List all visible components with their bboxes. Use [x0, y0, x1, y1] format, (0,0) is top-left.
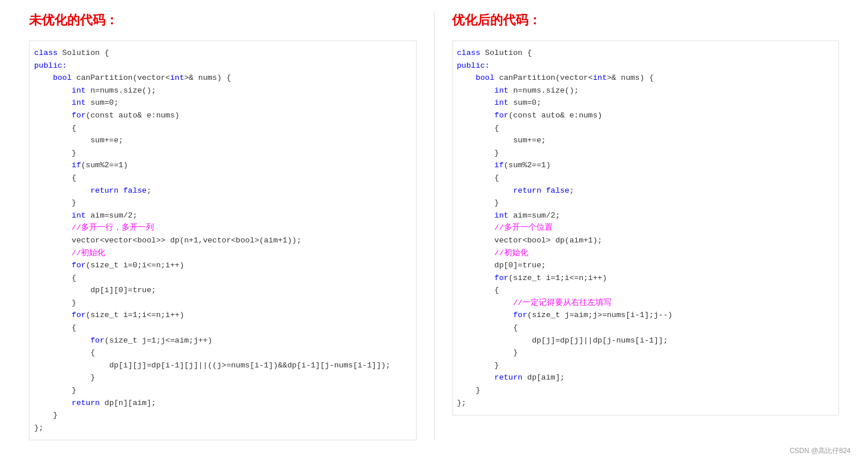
code-token: return [90, 185, 123, 197]
code-token: } [476, 384, 480, 397]
code-line: { [453, 284, 839, 297]
code-token: int [593, 72, 606, 84]
code-token: (size_t i=0;i<=n;i++) [86, 259, 184, 272]
code-token: dp[aim]; [527, 371, 565, 384]
code-line: //初始化 [453, 247, 839, 260]
code-token: } [494, 197, 499, 209]
code-token: //初始化 [72, 247, 105, 260]
code-token: dp[n][aim]; [105, 397, 156, 410]
code-token: >& [607, 72, 616, 84]
code-token: if [494, 159, 503, 172]
code-line: for(size_t i=1;i<=n;i++) [453, 272, 839, 285]
left-column: 未优化的代码： class Solution {public: bool can… [17, 12, 428, 440]
code-token: Solution [485, 47, 527, 60]
code-line: } [30, 197, 416, 209]
code-indent [34, 297, 72, 310]
code-token: { [494, 284, 499, 297]
code-line: //多开一个位置 [453, 222, 839, 234]
code-token: //多开一行，多开一列 [72, 222, 154, 234]
code-line: int sum=0; [453, 97, 839, 109]
code-token: false [546, 185, 569, 197]
code-indent [457, 197, 495, 209]
code-token: { [72, 272, 76, 285]
code-line: vector<bool> dp(aim+1); [453, 234, 839, 247]
code-token: return [72, 397, 105, 410]
left-title: 未优化的代码： [29, 12, 417, 29]
code-token: ; [146, 185, 151, 197]
code-token: } [72, 147, 76, 160]
code-token: { [72, 322, 76, 334]
code-token: sum+=e; [90, 134, 123, 147]
code-token: for [72, 309, 86, 322]
code-indent [34, 72, 53, 84]
code-token: public: [34, 60, 67, 72]
code-line: return false; [30, 185, 416, 197]
code-line: { [30, 272, 416, 285]
code-indent [34, 109, 72, 122]
code-line: return false; [453, 185, 839, 197]
code-line: } [453, 197, 839, 209]
code-line: }; [30, 422, 416, 435]
code-indent [457, 109, 495, 122]
code-token: canPartition(vector< [499, 72, 593, 84]
code-token: { [90, 347, 95, 359]
footer: CSDN @高比仔824 [17, 440, 851, 456]
code-token: } [90, 371, 95, 384]
code-token: } [494, 147, 499, 160]
code-line: //多开一行，多开一列 [30, 222, 416, 234]
code-indent [457, 122, 495, 135]
code-token: n=nums.size(); [513, 84, 579, 97]
code-indent [457, 272, 495, 285]
code-line: class Solution { [30, 47, 416, 60]
code-line: if(sum%2==1) [453, 159, 839, 172]
code-line: { [30, 122, 416, 135]
code-line: return dp[n][aim]; [30, 397, 416, 410]
code-line: for(const auto& e:nums) [30, 109, 416, 122]
code-indent [34, 159, 72, 172]
code-token: int [494, 84, 513, 97]
code-indent [457, 259, 495, 272]
code-indent [457, 309, 513, 322]
code-token: return [494, 371, 527, 384]
right-title: 优化后的代码： [452, 12, 840, 29]
code-token: int [170, 72, 184, 84]
code-token: public: [457, 60, 490, 72]
code-indent [457, 347, 513, 359]
code-indent [34, 322, 72, 334]
code-line: public: [30, 60, 416, 72]
code-line: dp[i][0]=true; [30, 284, 416, 297]
code-line: { [30, 347, 416, 359]
code-indent [457, 209, 495, 222]
code-token: Solution [62, 47, 105, 60]
code-token: nums) { [616, 72, 654, 84]
code-indent [34, 147, 72, 160]
code-indent [34, 359, 109, 372]
code-token: { [513, 322, 518, 334]
code-token: return [513, 185, 546, 197]
code-line: //初始化 [30, 247, 416, 260]
code-indent [34, 397, 72, 410]
code-line: if(sum%2==1) [30, 159, 416, 172]
code-token: } [53, 409, 57, 422]
code-line: sum+=e; [453, 134, 839, 147]
left-code-block: class Solution {public: bool canPartitio… [29, 41, 417, 440]
code-token: ; [569, 185, 574, 197]
code-token: }; [34, 422, 43, 435]
code-token: sum+=e; [513, 134, 546, 147]
code-line: for(size_t j=aim;j>=nums[i-1];j--) [453, 309, 839, 322]
code-line: } [453, 359, 839, 372]
code-token: for [72, 259, 86, 272]
column-divider [434, 12, 435, 440]
code-indent [34, 84, 72, 97]
code-line: class Solution { [453, 47, 839, 60]
code-token: //一定记得要从右往左填写 [513, 297, 612, 310]
code-token: int [494, 209, 513, 222]
code-line: for(size_t i=0;i<=n;i++) [30, 259, 416, 272]
code-indent [457, 222, 495, 234]
code-indent [457, 247, 495, 260]
code-token: (size_t i=1;i<=n;i++) [509, 272, 607, 285]
code-indent [457, 359, 495, 372]
code-token: dp[i][0]=true; [90, 284, 156, 297]
code-token: } [72, 297, 76, 310]
code-token: false [123, 185, 147, 197]
